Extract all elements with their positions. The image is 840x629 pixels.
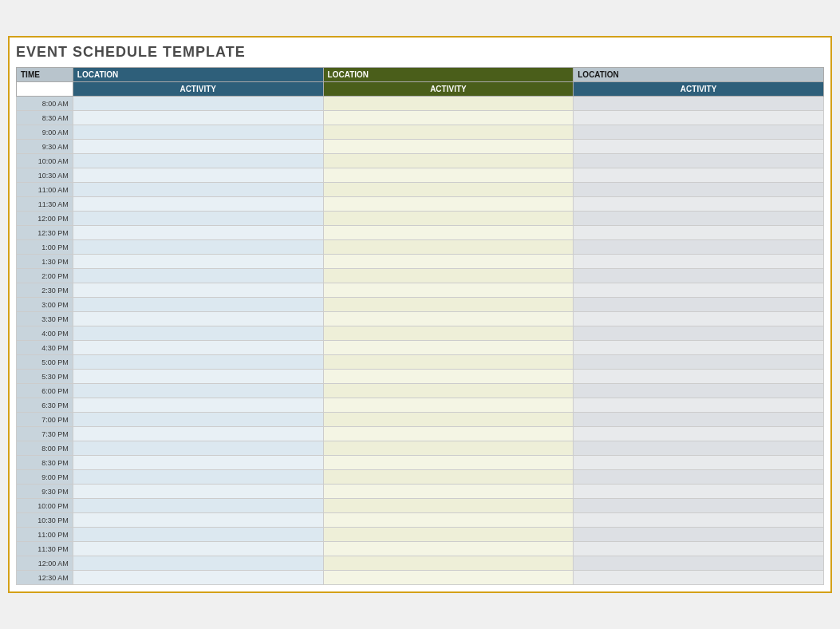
activity-cell-1[interactable] xyxy=(73,226,323,240)
activity-cell-1[interactable] xyxy=(73,542,323,556)
activity-cell-3[interactable] xyxy=(574,556,824,571)
activity-cell-3[interactable] xyxy=(574,240,824,255)
activity-cell-3[interactable] xyxy=(574,370,824,384)
activity-cell-2[interactable] xyxy=(323,341,574,355)
activity-cell-1[interactable] xyxy=(73,298,323,312)
activity-cell-3[interactable] xyxy=(574,470,824,485)
activity-cell-2[interactable] xyxy=(323,298,574,312)
activity-cell-1[interactable] xyxy=(73,97,323,111)
activity-cell-2[interactable] xyxy=(323,441,574,456)
activity-cell-3[interactable] xyxy=(574,341,824,355)
activity-cell-1[interactable] xyxy=(73,341,323,355)
activity-cell-3[interactable] xyxy=(574,183,824,197)
activity-cell-1[interactable] xyxy=(73,441,323,456)
activity-cell-2[interactable] xyxy=(323,269,574,283)
activity-cell-3[interactable] xyxy=(574,499,824,513)
activity-cell-3[interactable] xyxy=(574,97,824,111)
activity-cell-1[interactable] xyxy=(73,111,323,125)
activity-cell-2[interactable] xyxy=(323,183,574,197)
activity-cell-2[interactable] xyxy=(323,398,574,413)
activity-cell-1[interactable] xyxy=(73,355,323,370)
activity-cell-3[interactable] xyxy=(574,413,824,427)
activity-cell-1[interactable] xyxy=(73,427,323,441)
activity-cell-1[interactable] xyxy=(73,312,323,326)
activity-cell-3[interactable] xyxy=(574,298,824,312)
activity-cell-3[interactable] xyxy=(574,283,824,298)
activity-cell-3[interactable] xyxy=(574,542,824,556)
activity-cell-1[interactable] xyxy=(73,125,323,140)
activity-cell-2[interactable] xyxy=(323,427,574,441)
activity-cell-3[interactable] xyxy=(574,326,824,341)
activity-cell-2[interactable] xyxy=(323,355,574,370)
activity-cell-2[interactable] xyxy=(323,125,574,140)
activity-cell-2[interactable] xyxy=(323,140,574,154)
activity-cell-1[interactable] xyxy=(73,183,323,197)
activity-cell-2[interactable] xyxy=(323,154,574,168)
activity-cell-2[interactable] xyxy=(323,111,574,125)
activity-cell-3[interactable] xyxy=(574,355,824,370)
activity-cell-3[interactable] xyxy=(574,427,824,441)
activity-cell-1[interactable] xyxy=(73,556,323,571)
activity-cell-1[interactable] xyxy=(73,456,323,470)
activity-cell-2[interactable] xyxy=(323,384,574,398)
activity-cell-3[interactable] xyxy=(574,140,824,154)
activity-cell-3[interactable] xyxy=(574,571,824,585)
activity-cell-3[interactable] xyxy=(574,456,824,470)
activity-cell-3[interactable] xyxy=(574,255,824,269)
activity-cell-2[interactable] xyxy=(323,470,574,485)
activity-cell-3[interactable] xyxy=(574,485,824,499)
activity-cell-1[interactable] xyxy=(73,528,323,542)
activity-cell-2[interactable] xyxy=(323,542,574,556)
activity-cell-2[interactable] xyxy=(323,499,574,513)
activity-cell-1[interactable] xyxy=(73,485,323,499)
activity-cell-1[interactable] xyxy=(73,269,323,283)
activity-cell-2[interactable] xyxy=(323,240,574,255)
activity-cell-2[interactable] xyxy=(323,556,574,571)
activity-cell-3[interactable] xyxy=(574,441,824,456)
activity-cell-2[interactable] xyxy=(323,370,574,384)
activity-cell-1[interactable] xyxy=(73,413,323,427)
activity-cell-2[interactable] xyxy=(323,456,574,470)
activity-cell-1[interactable] xyxy=(73,168,323,183)
activity-cell-2[interactable] xyxy=(323,312,574,326)
activity-cell-1[interactable] xyxy=(73,499,323,513)
activity-cell-1[interactable] xyxy=(73,283,323,298)
activity-cell-2[interactable] xyxy=(323,168,574,183)
activity-cell-1[interactable] xyxy=(73,154,323,168)
activity-cell-3[interactable] xyxy=(574,398,824,413)
activity-cell-1[interactable] xyxy=(73,571,323,585)
activity-cell-2[interactable] xyxy=(323,97,574,111)
activity-cell-1[interactable] xyxy=(73,212,323,226)
activity-cell-3[interactable] xyxy=(574,154,824,168)
activity-cell-1[interactable] xyxy=(73,240,323,255)
activity-cell-1[interactable] xyxy=(73,470,323,485)
activity-cell-2[interactable] xyxy=(323,485,574,499)
activity-cell-3[interactable] xyxy=(574,212,824,226)
activity-cell-3[interactable] xyxy=(574,528,824,542)
activity-cell-3[interactable] xyxy=(574,513,824,528)
activity-cell-3[interactable] xyxy=(574,125,824,140)
activity-cell-1[interactable] xyxy=(73,140,323,154)
activity-cell-2[interactable] xyxy=(323,513,574,528)
activity-cell-3[interactable] xyxy=(574,312,824,326)
activity-cell-1[interactable] xyxy=(73,255,323,269)
activity-cell-2[interactable] xyxy=(323,413,574,427)
activity-cell-3[interactable] xyxy=(574,226,824,240)
activity-cell-2[interactable] xyxy=(323,326,574,341)
activity-cell-1[interactable] xyxy=(73,513,323,528)
activity-cell-3[interactable] xyxy=(574,111,824,125)
activity-cell-3[interactable] xyxy=(574,269,824,283)
activity-cell-2[interactable] xyxy=(323,212,574,226)
activity-cell-1[interactable] xyxy=(73,370,323,384)
activity-cell-2[interactable] xyxy=(323,255,574,269)
activity-cell-2[interactable] xyxy=(323,197,574,212)
activity-cell-3[interactable] xyxy=(574,384,824,398)
activity-cell-1[interactable] xyxy=(73,384,323,398)
activity-cell-2[interactable] xyxy=(323,283,574,298)
activity-cell-1[interactable] xyxy=(73,197,323,212)
activity-cell-2[interactable] xyxy=(323,528,574,542)
activity-cell-1[interactable] xyxy=(73,398,323,413)
activity-cell-3[interactable] xyxy=(574,168,824,183)
activity-cell-2[interactable] xyxy=(323,571,574,585)
activity-cell-3[interactable] xyxy=(574,197,824,212)
